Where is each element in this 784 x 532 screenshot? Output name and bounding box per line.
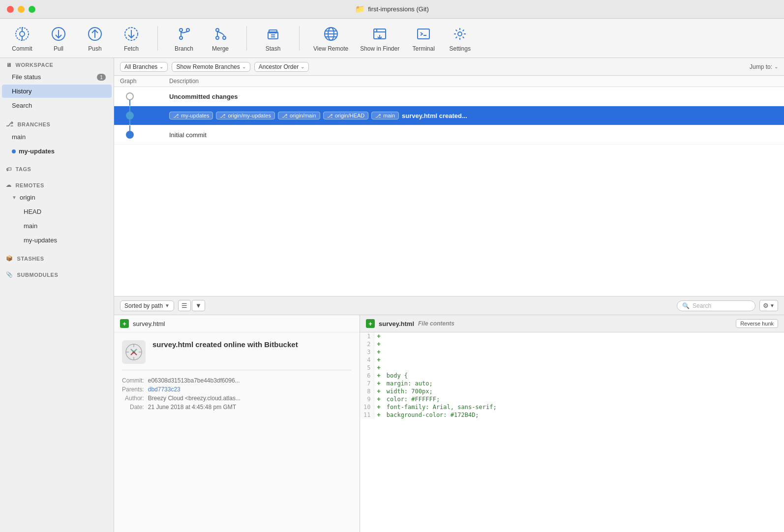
search-icon: 🔍 — [682, 302, 690, 309]
toolbar-separator-1 — [157, 26, 158, 51]
branch-tag-icon-1: ⎇ — [173, 113, 179, 118]
tags-icon: 🏷 — [6, 166, 12, 172]
close-button[interactable] — [7, 6, 14, 13]
diff-line: 8 + width: 700px; — [360, 387, 784, 395]
diff-sign: + — [374, 332, 384, 340]
current-branch-dot — [12, 149, 16, 153]
diff-linenum: 9 — [360, 395, 374, 403]
diff-line: 3 + — [360, 348, 784, 356]
sidebar-item-origin-my-updates[interactable]: my-updates — [2, 234, 112, 247]
remotes-section-header: ☁ REMOTES — [0, 178, 114, 190]
chevron-down-icon: ▼ — [165, 303, 170, 308]
push-icon — [86, 25, 104, 43]
reverse-hunk-button[interactable]: Reverse hunk — [736, 319, 778, 328]
graph-node-survey — [114, 106, 163, 125]
minimize-button[interactable] — [18, 6, 25, 13]
branch-tag-origin-main: ⎇ origin/main — [278, 112, 320, 119]
diff-line: 11 + background-color: #172B4D; — [360, 411, 784, 419]
graph-row-survey[interactable]: ⎇ my-updates ⎇ origin/my-updates ⎇ origi… — [114, 106, 784, 125]
all-branches-select[interactable]: All Branches ⌄ — [120, 62, 168, 72]
show-in-finder-button[interactable]: Show in Finder — [360, 25, 399, 52]
merge-icon — [211, 25, 230, 43]
push-button[interactable]: Push — [83, 25, 107, 52]
show-remote-select[interactable]: Show Remote Branches ⌄ — [172, 62, 250, 72]
diff-line: 2 + — [360, 340, 784, 348]
sidebar-item-history[interactable]: History — [2, 85, 112, 98]
view-remote-button[interactable]: View Remote — [313, 25, 348, 52]
svg-point-36 — [126, 93, 133, 100]
submodules-icon: 📎 — [6, 271, 13, 278]
pull-label: Pull — [54, 45, 63, 52]
branch-tag-main: ⎇ main — [371, 112, 399, 119]
svg-rect-33 — [418, 29, 429, 39]
graph-row-initial[interactable]: Initial commit — [114, 125, 784, 145]
svg-point-11 — [180, 36, 182, 39]
branch-tag-origin-my-updates: ⎇ origin/my-updates — [216, 112, 274, 119]
graph-node-uncommitted — [114, 87, 163, 106]
toolbar: Commit Pull Push — [0, 19, 784, 58]
diff-code: width: 700px; — [384, 387, 784, 395]
diff-code — [384, 340, 784, 348]
sidebar-item-branch-my-updates[interactable]: my-updates — [2, 145, 112, 158]
sidebar-item-file-status[interactable]: File status 1 — [2, 70, 112, 84]
commit-label: Commit — [12, 45, 32, 52]
sidebar-item-origin-main[interactable]: main — [2, 219, 112, 233]
file-contents-label: File contents — [418, 320, 454, 327]
more-options-button[interactable]: ▼ — [192, 300, 205, 311]
stash-button[interactable]: Stash — [261, 25, 285, 52]
gear-button[interactable]: ⚙ ▼ — [759, 300, 778, 311]
sidebar-item-branch-main[interactable]: main — [2, 130, 112, 144]
terminal-icon — [414, 25, 433, 43]
diff-sign: + — [374, 403, 384, 411]
merge-label: Merge — [212, 45, 229, 52]
graph-header: Graph Description — [114, 76, 784, 87]
branch-icon — [175, 25, 193, 43]
branch-tag-origin-head: ⎇ origin/HEAD — [323, 112, 369, 119]
window-title: 📁 first-impressions (Git) — [355, 4, 429, 14]
list-view-button[interactable]: ☰ — [178, 300, 191, 311]
file-list-panel: + survey.html — [114, 315, 360, 532]
branch-tag-icon-3: ⎇ — [282, 113, 288, 118]
diff-code — [384, 348, 784, 356]
branch-label: Branch — [175, 45, 193, 52]
search-box[interactable]: 🔍 Search — [677, 300, 755, 311]
sidebar-item-origin-head[interactable]: HEAD — [2, 205, 112, 218]
graph-rows: Uncommitted changes ⎇ my-update — [114, 87, 784, 145]
fetch-button[interactable]: Fetch — [119, 25, 144, 52]
diff-linenum: 8 — [360, 387, 374, 395]
sidebar-item-origin[interactable]: ▼ origin — [2, 191, 112, 204]
maximize-button[interactable] — [29, 6, 35, 13]
diff-sign: + — [374, 387, 384, 395]
chevron-icon: ⌄ — [159, 64, 163, 69]
svg-point-35 — [458, 32, 462, 36]
bottom-panel: Sorted by path ▼ ☰ ▼ 🔍 Search ⚙ ▼ — [114, 296, 784, 532]
graph-row-uncommitted[interactable]: Uncommitted changes — [114, 87, 784, 106]
diff-sign: + — [374, 395, 384, 403]
branch-tag-icon-2: ⎇ — [220, 113, 226, 118]
commit-button[interactable]: Commit — [10, 25, 34, 52]
file-status-badge: 1 — [97, 74, 106, 81]
jump-to[interactable]: Jump to: ⌄ — [750, 63, 778, 70]
bottom-split: + survey.html — [114, 315, 784, 532]
diff-added-badge: + — [366, 319, 375, 328]
sidebar-item-search[interactable]: Search — [2, 99, 112, 112]
terminal-button[interactable]: Terminal — [411, 25, 436, 52]
diff-sign: + — [374, 411, 384, 419]
window-controls[interactable] — [7, 6, 35, 13]
branch-button[interactable]: Branch — [172, 25, 196, 52]
fetch-label: Fetch — [124, 45, 139, 52]
diff-file-header: + survey.html File contents Reverse hunk — [360, 315, 784, 332]
diff-actions: Reverse hunk — [736, 319, 778, 328]
parent-hash-link[interactable]: dbd7733c23 — [148, 386, 181, 393]
merge-button[interactable]: Merge — [208, 25, 233, 52]
settings-button[interactable]: Settings — [448, 25, 472, 52]
diff-line: 10 + font-family: Arial, sans-serif; — [360, 403, 784, 411]
sort-by-path-button[interactable]: Sorted by path ▼ — [120, 300, 174, 311]
branch-tag-icon-4: ⎇ — [327, 113, 333, 118]
ancestor-order-select[interactable]: Ancestor Order ⌄ — [254, 62, 309, 72]
diff-sign: + — [374, 380, 384, 387]
diff-code: background-color: #172B4D; — [384, 411, 784, 419]
pull-button[interactable]: Pull — [46, 25, 71, 52]
file-added-badge: + — [120, 319, 129, 328]
file-list-item[interactable]: + survey.html — [114, 315, 360, 332]
